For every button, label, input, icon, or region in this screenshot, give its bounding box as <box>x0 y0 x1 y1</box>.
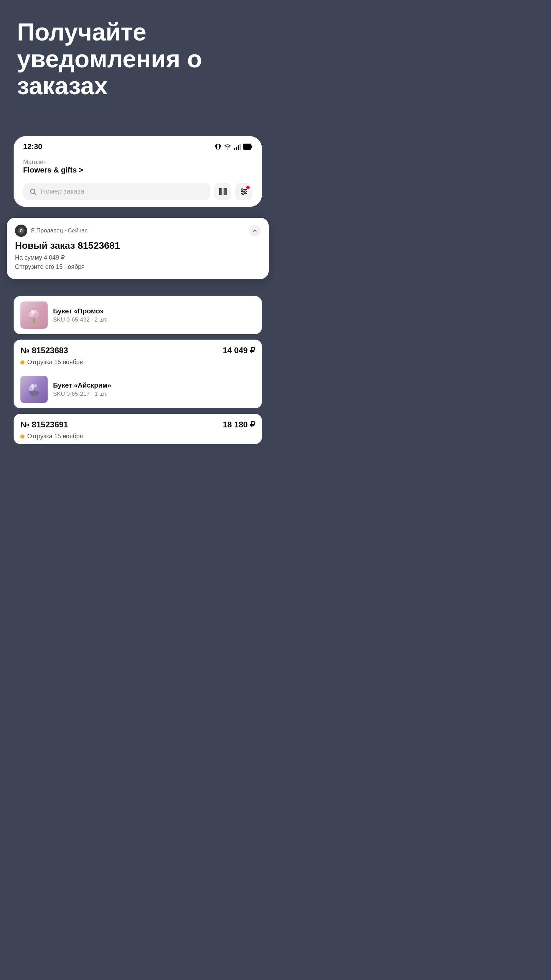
search-placeholder: Номер заказа <box>41 188 84 195</box>
status-icons <box>214 143 252 150</box>
status-dot-91 <box>21 434 24 439</box>
order-header-91: № 81523691 18 180 ₽ <box>14 414 262 433</box>
order-item-row: Букет «Промо» SKU 0-65-492 · 2 шт. <box>14 296 262 334</box>
filter-button[interactable] <box>235 183 252 200</box>
order-item-name-aiskrim: Букет «Айскрим» <box>53 382 255 389</box>
barcode-button[interactable] <box>214 183 231 200</box>
svg-rect-24 <box>225 194 227 194</box>
order-item-info-aiskrim: Букет «Айскрим» SKU 0-65-217 · 1 шт. <box>53 382 255 398</box>
svg-line-14 <box>34 193 36 195</box>
svg-rect-40 <box>33 318 35 323</box>
svg-rect-17 <box>221 188 222 195</box>
svg-rect-10 <box>240 144 241 150</box>
store-name[interactable]: Flowers & gifts > <box>23 166 252 175</box>
order-card-91[interactable]: № 81523691 18 180 ₽ Отгрузка 15 ноября <box>14 414 262 444</box>
wifi-icon <box>224 143 231 150</box>
orders-area: Букет «Промо» SKU 0-65-492 · 2 шт. № 815… <box>14 296 262 450</box>
order-header-83: № 81523683 14 049 ₽ <box>14 340 262 359</box>
search-input-container[interactable]: Номер заказа <box>23 183 210 200</box>
svg-rect-25 <box>225 188 227 189</box>
order-number-91: № 81523691 <box>21 420 68 430</box>
notification-source: Я.Продавец · Сейчас <box>30 227 87 234</box>
search-icon <box>29 188 37 195</box>
order-price-91: 18 180 ₽ <box>223 420 255 430</box>
svg-rect-7 <box>234 148 235 150</box>
filter-notification-dot <box>246 186 250 189</box>
status-bar: 12:30 <box>14 136 262 154</box>
battery-icon <box>243 143 252 150</box>
svg-rect-9 <box>238 145 239 150</box>
hero-section: Получайте уведомления о заказах <box>17 19 259 100</box>
order-status-83: Отгрузка 15 ноября <box>27 359 83 366</box>
svg-rect-22 <box>219 194 221 194</box>
svg-point-30 <box>245 191 246 192</box>
status-time: 12:30 <box>23 142 42 151</box>
store-header: Магазин Flowers & gifts > <box>14 154 262 180</box>
svg-point-29 <box>241 189 243 190</box>
order-item-name: Букет «Промо» <box>53 307 255 315</box>
order-price-83: 14 049 ₽ <box>223 346 255 355</box>
svg-point-31 <box>243 192 244 194</box>
product-image-promo <box>21 301 48 329</box>
hero-title: Получайте уведомления о заказах <box>17 19 259 100</box>
svg-point-46 <box>34 384 37 388</box>
order-item-sku-aiskrim: SKU 0-65-217 · 1 шт. <box>53 391 255 398</box>
barcode-icon <box>218 187 227 196</box>
order-item-row-83: Букет «Айскрим» SKU 0-65-217 · 1 шт. <box>14 370 262 408</box>
svg-rect-18 <box>223 188 223 195</box>
notification-title: Новый заказ 81523681 <box>15 240 260 251</box>
search-area: Номер заказа <box>14 180 262 207</box>
svg-rect-19 <box>224 188 225 195</box>
notification-app-info: Я Я.Продавец · Сейчас <box>15 224 87 237</box>
order-item-sku: SKU 0-65-492 · 2 шт. <box>53 317 255 323</box>
svg-rect-8 <box>236 147 237 150</box>
notification-header: Я Я.Продавец · Сейчас <box>15 224 260 237</box>
order-item-card-promo: Букет «Промо» SKU 0-65-492 · 2 шт. <box>14 296 262 334</box>
signal-icon <box>233 143 241 150</box>
vibrate-icon <box>214 143 222 150</box>
svg-rect-23 <box>219 188 221 189</box>
app-icon: Я <box>15 224 27 237</box>
order-status-row-83: Отгрузка 15 ноября <box>14 359 262 370</box>
svg-point-39 <box>34 310 37 313</box>
collapse-button[interactable] <box>249 225 260 237</box>
svg-text:Я: Я <box>20 229 23 234</box>
order-item-info-promo: Букет «Промо» SKU 0-65-492 · 2 шт. <box>53 307 255 323</box>
notification-line1: На сумму 4 049 ₽ Отгрузите его 15 ноября <box>15 253 260 272</box>
order-status-91: Отгрузка 15 ноября <box>27 433 83 440</box>
phone-mockup: 12:30 <box>14 136 262 207</box>
svg-rect-11 <box>243 144 251 150</box>
status-dot-83 <box>21 360 24 364</box>
notification-popup: Я Я.Продавец · Сейчас Новый заказ 815236… <box>7 218 269 279</box>
svg-rect-0 <box>216 144 219 150</box>
svg-point-13 <box>30 189 35 193</box>
svg-rect-47 <box>33 393 35 398</box>
order-card-83[interactable]: № 81523683 14 049 ₽ Отгрузка 15 ноября <box>14 340 262 408</box>
svg-rect-12 <box>251 145 252 148</box>
order-status-row-91: Отгрузка 15 ноября <box>14 433 262 444</box>
product-image-aiskrim <box>21 375 48 403</box>
order-number-83: № 81523683 <box>21 346 68 355</box>
store-label: Магазин <box>23 159 252 166</box>
